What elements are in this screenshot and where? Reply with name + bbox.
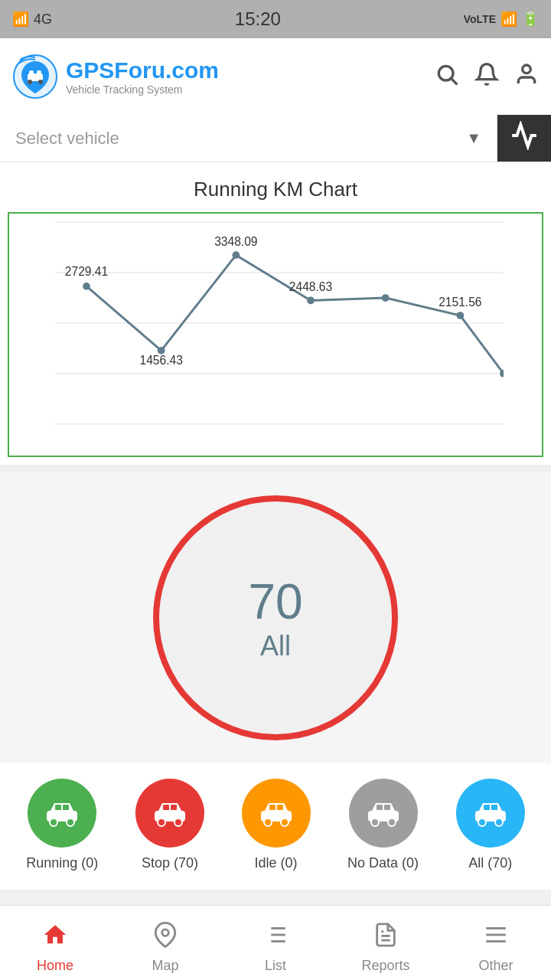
profile-icon[interactable] [514, 62, 539, 92]
nav-other[interactable]: Other [441, 906, 551, 980]
gauge-section: 70 All [0, 472, 551, 763]
gauge-label: All [260, 630, 291, 662]
idle-label: Idle (0) [254, 855, 297, 871]
search-icon[interactable] [435, 62, 459, 92]
running-status-btn[interactable]: Running (0) [26, 779, 98, 871]
logo-area: GPSForu.com Vehicle Tracking System [12, 54, 219, 100]
all-circle [456, 779, 525, 848]
idle-status-btn[interactable]: Idle (0) [242, 779, 311, 871]
svg-text:2448.63: 2448.63 [289, 280, 332, 293]
chart-container: Running KM Chart 4000 3000 2000 1000 0 [0, 162, 551, 465]
vehicle-selector: Select vehicle ▼ [0, 115, 551, 162]
svg-rect-60 [377, 805, 383, 810]
chart-wrapper: 4000 3000 2000 1000 0 2729.41 1456.43 33… [8, 212, 543, 457]
signal-icon: 📶 [12, 11, 29, 28]
all-car-icon [471, 794, 510, 832]
svg-point-22 [307, 297, 315, 305]
svg-rect-49 [171, 805, 177, 810]
svg-rect-3 [37, 70, 41, 75]
gauge-number: 70 [248, 573, 302, 630]
nodata-label: No Data (0) [347, 855, 419, 871]
svg-point-41 [67, 818, 74, 826]
running-circle [28, 779, 96, 848]
reports-icon [373, 922, 399, 953]
svg-point-8 [523, 65, 531, 74]
svg-point-64 [478, 818, 486, 826]
svg-point-46 [158, 818, 165, 826]
stop-status-btn[interactable]: Stop (70) [135, 779, 204, 871]
svg-rect-61 [384, 805, 390, 810]
nodata-car-icon [364, 794, 403, 832]
logo-title: GPSForu.com [66, 57, 219, 83]
stop-car-icon [151, 794, 189, 832]
idle-car-icon [257, 794, 295, 832]
header: GPSForu.com Vehicle Tracking System [0, 38, 551, 115]
stop-circle [135, 779, 204, 848]
svg-marker-57 [372, 803, 395, 811]
vehicle-dropdown[interactable]: Select vehicle ▼ [0, 115, 497, 162]
notification-icon[interactable] [474, 62, 499, 92]
volte-icon: VoLTE [464, 13, 496, 25]
nav-home[interactable]: Home [0, 906, 110, 980]
running-car-icon [43, 794, 81, 832]
home-label: Home [37, 958, 73, 974]
nodata-status-btn[interactable]: No Data (0) [347, 779, 419, 871]
svg-point-5 [38, 80, 43, 84]
logo-text: GPSForu.com Vehicle Tracking System [66, 57, 219, 96]
svg-marker-45 [158, 803, 181, 811]
svg-point-19 [83, 283, 90, 290]
svg-text:3348.09: 3348.09 [214, 235, 257, 248]
chart-toggle-button[interactable] [497, 115, 551, 162]
svg-marker-63 [479, 803, 502, 811]
svg-point-65 [495, 818, 503, 826]
dropdown-arrow-icon: ▼ [466, 129, 481, 147]
svg-line-7 [452, 79, 457, 84]
header-icons [435, 62, 539, 92]
bottom-nav: Home Map List [0, 905, 551, 980]
wifi-icon: 📶 [500, 11, 517, 28]
other-label: Other [478, 958, 513, 974]
nav-map[interactable]: Map [110, 906, 220, 980]
nav-reports[interactable]: Reports [331, 906, 441, 980]
other-icon [483, 922, 509, 953]
svg-rect-66 [484, 805, 490, 810]
svg-text:2151.56: 2151.56 [439, 296, 481, 309]
map-label: Map [152, 958, 178, 974]
network-type: 4G [34, 11, 52, 28]
stop-label: Stop (70) [142, 855, 198, 871]
chart-title: Running KM Chart [8, 178, 543, 201]
svg-point-53 [281, 818, 289, 826]
svg-rect-43 [63, 805, 69, 810]
home-icon [42, 922, 68, 953]
running-km-chart: 4000 3000 2000 1000 0 2729.41 1456.43 33… [55, 221, 504, 425]
nav-list[interactable]: List [220, 906, 331, 980]
svg-point-21 [232, 251, 240, 259]
status-buttons: Running (0) Stop (70) [0, 763, 551, 890]
battery-icon: 🔋 [522, 11, 539, 28]
svg-marker-39 [51, 803, 73, 811]
svg-point-23 [382, 294, 390, 302]
running-label: Running (0) [26, 855, 98, 871]
list-icon [262, 922, 289, 953]
svg-point-59 [388, 818, 396, 826]
status-time: 15:20 [235, 8, 281, 30]
svg-point-40 [50, 818, 57, 826]
svg-marker-51 [265, 803, 288, 811]
svg-point-24 [456, 312, 464, 319]
status-left: 📶 4G [12, 11, 52, 28]
status-right: VoLTE 📶 🔋 [464, 11, 539, 28]
svg-rect-48 [163, 805, 169, 810]
all-status-btn[interactable]: All (70) [456, 779, 525, 871]
logo-icon [12, 54, 58, 100]
logo-subtitle: Vehicle Tracking System [66, 83, 219, 96]
status-bar: 📶 4G 15:20 VoLTE 📶 🔋 [0, 0, 551, 38]
svg-rect-67 [491, 805, 497, 810]
all-label: All (70) [468, 855, 512, 871]
idle-circle [242, 779, 311, 848]
svg-point-52 [264, 818, 272, 826]
svg-rect-54 [269, 805, 276, 810]
svg-point-68 [162, 929, 169, 936]
svg-text:2729.41: 2729.41 [65, 265, 108, 278]
gauge-circle[interactable]: 70 All [153, 495, 398, 740]
reports-label: Reports [361, 958, 409, 974]
